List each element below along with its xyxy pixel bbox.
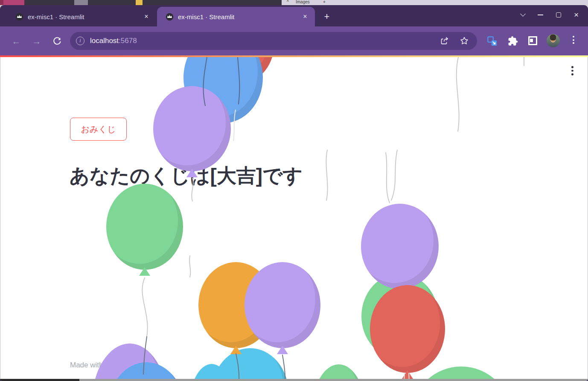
balloon-layer [0,57,588,379]
back-icon[interactable]: ← [11,36,22,47]
background-fragment [74,0,88,5]
url-host: localhost [90,37,119,45]
balloon-blue-top [183,57,263,123]
balloon-orange-mid [198,262,274,348]
bookmark-star-icon[interactable] [459,36,469,46]
browser-window: ex-misc1 · Streamlit × ex-misc1 · Stream… [0,5,588,381]
reload-icon[interactable] [51,36,62,47]
background-caret: ^ [287,0,289,4]
balloon-green-left [106,184,183,270]
window-bottom-edge-dark [0,379,79,381]
streamlit-app-menu-icon[interactable] [571,66,573,75]
balloon-knot-orange-mid [230,346,242,354]
new-tab-button[interactable]: + [321,11,333,23]
background-tab-label: Images [296,0,310,4]
balloon-red-top [213,57,274,82]
balloon-knot-red-right [402,370,413,379]
tab-ex-misc1-active[interactable]: ex-misc1 · Streamlit × [157,7,315,26]
streamlit-app-page: おみくじ あなたのくじは[大吉]です Made with Streamlit [0,57,588,379]
tab-ex-misc1-inactive[interactable]: ex-misc1 · Streamlit × [7,7,156,26]
browser-menu-icon[interactable] [573,36,574,44]
balloon-cyan-bottom [212,348,288,379]
background-fragment [24,0,282,5]
browser-toolbar: ← → i localhost:5678 [0,26,588,55]
fortune-heading: あなたのくじは[大吉]です [70,163,303,189]
tab-strip: ex-misc1 · Streamlit × ex-misc1 · Stream… [0,5,588,26]
balloon-green-right-back [361,274,438,359]
streamlit-favicon [15,13,23,21]
omikuji-button[interactable]: おみくじ [70,118,127,141]
balloon-knot-green-left [139,267,150,276]
window-close-icon[interactable]: × [574,12,579,18]
tab-close-icon[interactable]: × [301,13,309,20]
url-port: :5678 [119,37,137,45]
balloon-purple-top-left [153,86,231,171]
balloon-purple-right [361,204,439,289]
maximize-icon[interactable] [556,12,561,17]
forward-icon[interactable]: → [31,36,42,47]
balloon-green-bottom-right [411,367,512,379]
url-text[interactable]: localhost:5678 [90,37,137,45]
balloon-cyan-bottom-small [189,364,234,379]
minimize-icon[interactable] [538,14,543,15]
window-controls: × [521,12,579,18]
frame-extension-icon[interactable] [528,36,537,45]
balloon-knot-purple-mid [277,346,288,354]
tab-title: ex-misc1 · Streamlit [28,13,138,20]
balloon-red-right [370,285,445,373]
tab-capture-extension-icon[interactable] [486,35,498,49]
background-fragment [3,0,24,5]
tab-title: ex-misc1 · Streamlit [178,13,297,20]
balloon-strings [0,57,588,379]
background-fragment [136,0,143,5]
screen: ^ Images + ex-misc1 · Streamlit × ex-mis… [0,0,588,381]
tab-search-chevron-icon[interactable] [520,11,526,17]
tab-close-icon[interactable]: × [143,13,150,20]
extensions-puzzle-icon[interactable] [507,35,518,48]
made-with-streamlit-link[interactable]: Made with Streamlit [70,361,134,369]
background-fragment [0,0,3,5]
address-bar[interactable]: i localhost:5678 [70,32,477,50]
share-icon[interactable] [440,36,450,46]
background-plus: + [323,0,326,4]
balloon-green-bottom-mid [312,364,365,379]
site-info-icon[interactable]: i [76,37,84,45]
background-window-strip: ^ Images + [0,0,588,5]
streamlit-favicon [166,13,174,21]
window-bottom-edge [0,379,588,381]
balloon-purple-mid [245,262,320,348]
profile-avatar[interactable] [547,34,560,47]
